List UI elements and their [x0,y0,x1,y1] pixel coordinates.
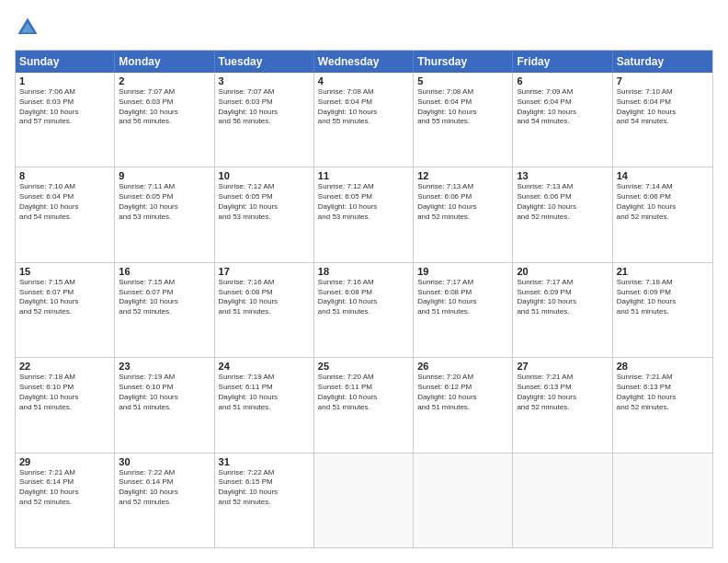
day-info: Sunrise: 7:17 AMSunset: 6:09 PMDaylight:… [517,278,608,317]
day-info: Sunrise: 7:07 AMSunset: 6:03 PMDaylight:… [119,87,210,127]
header [15,15,713,40]
day-number: 19 [417,266,508,277]
day-number: 15 [19,266,110,277]
day-info: Sunrise: 7:10 AMSunset: 6:04 PMDaylight:… [19,182,110,222]
calendar-cell-0-4: 5Sunrise: 7:08 AMSunset: 6:04 PMDaylight… [414,73,513,167]
calendar-cell-3-1: 23Sunrise: 7:19 AMSunset: 6:10 PMDayligh… [115,358,214,452]
calendar-cell-2-1: 16Sunrise: 7:15 AMSunset: 6:07 PMDayligh… [115,263,214,357]
calendar-row-4: 29Sunrise: 7:21 AMSunset: 6:14 PMDayligh… [16,453,712,547]
day-info: Sunrise: 7:19 AMSunset: 6:10 PMDaylight:… [119,373,210,412]
header-day-friday: Friday [513,51,612,73]
page: SundayMondayTuesdayWednesdayThursdayFrid… [0,0,728,563]
calendar-cell-2-5: 20Sunrise: 7:17 AMSunset: 6:09 PMDayligh… [513,263,612,357]
day-info: Sunrise: 7:06 AMSunset: 6:03 PMDaylight:… [19,87,110,127]
day-number: 27 [517,361,608,372]
day-number: 23 [119,361,210,372]
calendar-cell-1-2: 10Sunrise: 7:12 AMSunset: 6:05 PMDayligh… [215,167,314,261]
day-number: 7 [617,75,709,86]
calendar-cell-1-1: 9Sunrise: 7:11 AMSunset: 6:05 PMDaylight… [115,167,214,261]
day-number: 22 [19,361,110,372]
day-info: Sunrise: 7:15 AMSunset: 6:07 PMDaylight:… [119,278,210,317]
day-number: 1 [19,75,110,86]
day-info: Sunrise: 7:21 AMSunset: 6:13 PMDaylight:… [517,373,608,412]
day-number: 18 [318,266,409,277]
logo [15,15,44,40]
calendar-cell-2-2: 17Sunrise: 7:16 AMSunset: 6:08 PMDayligh… [215,263,314,357]
day-info: Sunrise: 7:07 AMSunset: 6:03 PMDaylight:… [219,87,310,127]
header-day-saturday: Saturday [613,51,712,73]
day-number: 3 [219,75,310,86]
calendar-cell-1-5: 13Sunrise: 7:13 AMSunset: 6:06 PMDayligh… [513,167,612,261]
calendar-cell-0-0: 1Sunrise: 7:06 AMSunset: 6:03 PMDaylight… [16,73,115,167]
day-info: Sunrise: 7:18 AMSunset: 6:10 PMDaylight:… [19,373,110,412]
calendar-cell-4-0: 29Sunrise: 7:21 AMSunset: 6:14 PMDayligh… [16,454,115,547]
calendar-cell-4-2: 31Sunrise: 7:22 AMSunset: 6:15 PMDayligh… [215,454,314,547]
calendar-cell-0-2: 3Sunrise: 7:07 AMSunset: 6:03 PMDaylight… [215,73,314,167]
header-day-wednesday: Wednesday [314,51,414,73]
day-number: 6 [517,75,608,86]
calendar-row-2: 15Sunrise: 7:15 AMSunset: 6:07 PMDayligh… [16,262,712,357]
calendar-cell-4-6 [613,454,712,547]
day-number: 21 [617,266,709,277]
day-number: 12 [417,170,508,181]
day-number: 20 [517,266,608,277]
day-number: 4 [318,75,409,86]
day-info: Sunrise: 7:12 AMSunset: 6:05 PMDaylight:… [318,182,409,222]
day-number: 11 [318,170,409,181]
header-day-monday: Monday [115,51,214,73]
calendar-cell-3-4: 26Sunrise: 7:20 AMSunset: 6:12 PMDayligh… [414,358,513,452]
day-number: 10 [219,170,310,181]
calendar-cell-4-1: 30Sunrise: 7:22 AMSunset: 6:14 PMDayligh… [115,454,214,547]
calendar-cell-2-4: 19Sunrise: 7:17 AMSunset: 6:08 PMDayligh… [414,263,513,357]
day-info: Sunrise: 7:22 AMSunset: 6:14 PMDaylight:… [119,468,210,508]
calendar-cell-3-5: 27Sunrise: 7:21 AMSunset: 6:13 PMDayligh… [513,358,612,452]
day-number: 8 [19,170,110,181]
day-number: 29 [19,456,110,467]
day-info: Sunrise: 7:16 AMSunset: 6:08 PMDaylight:… [318,278,409,317]
calendar-row-3: 22Sunrise: 7:18 AMSunset: 6:10 PMDayligh… [16,357,712,452]
calendar-cell-2-0: 15Sunrise: 7:15 AMSunset: 6:07 PMDayligh… [16,263,115,357]
calendar-cell-0-6: 7Sunrise: 7:10 AMSunset: 6:04 PMDaylight… [613,73,712,167]
day-number: 31 [219,456,310,467]
calendar-cell-2-6: 21Sunrise: 7:18 AMSunset: 6:09 PMDayligh… [613,263,712,357]
header-day-thursday: Thursday [414,51,513,73]
calendar-cell-1-0: 8Sunrise: 7:10 AMSunset: 6:04 PMDaylight… [16,167,115,261]
day-info: Sunrise: 7:22 AMSunset: 6:15 PMDaylight:… [219,468,310,508]
day-info: Sunrise: 7:13 AMSunset: 6:06 PMDaylight:… [517,182,608,222]
day-number: 9 [119,170,210,181]
day-info: Sunrise: 7:21 AMSunset: 6:13 PMDaylight:… [617,373,709,412]
calendar-cell-3-0: 22Sunrise: 7:18 AMSunset: 6:10 PMDayligh… [16,358,115,452]
calendar-cell-0-5: 6Sunrise: 7:09 AMSunset: 6:04 PMDaylight… [513,73,612,167]
calendar-cell-4-5 [513,454,612,547]
day-info: Sunrise: 7:12 AMSunset: 6:05 PMDaylight:… [219,182,310,222]
day-info: Sunrise: 7:10 AMSunset: 6:04 PMDaylight:… [617,87,709,127]
calendar-cell-2-3: 18Sunrise: 7:16 AMSunset: 6:08 PMDayligh… [314,263,414,357]
calendar-cell-1-6: 14Sunrise: 7:14 AMSunset: 6:06 PMDayligh… [613,167,712,261]
day-number: 17 [219,266,310,277]
day-number: 30 [119,456,210,467]
calendar: SundayMondayTuesdayWednesdayThursdayFrid… [15,50,713,548]
day-info: Sunrise: 7:09 AMSunset: 6:04 PMDaylight:… [517,87,608,127]
calendar-row-0: 1Sunrise: 7:06 AMSunset: 6:03 PMDaylight… [16,73,712,167]
calendar-cell-1-4: 12Sunrise: 7:13 AMSunset: 6:06 PMDayligh… [414,167,513,261]
day-info: Sunrise: 7:08 AMSunset: 6:04 PMDaylight:… [417,87,508,127]
calendar-cell-3-2: 24Sunrise: 7:19 AMSunset: 6:11 PMDayligh… [215,358,314,452]
day-number: 14 [617,170,709,181]
logo-icon [15,15,40,40]
day-info: Sunrise: 7:17 AMSunset: 6:08 PMDaylight:… [417,278,508,317]
calendar-cell-3-3: 25Sunrise: 7:20 AMSunset: 6:11 PMDayligh… [314,358,414,452]
day-number: 5 [417,75,508,86]
day-number: 26 [417,361,508,372]
day-info: Sunrise: 7:21 AMSunset: 6:14 PMDaylight:… [19,468,110,508]
day-info: Sunrise: 7:15 AMSunset: 6:07 PMDaylight:… [19,278,110,317]
day-number: 16 [119,266,210,277]
calendar-cell-0-3: 4Sunrise: 7:08 AMSunset: 6:04 PMDaylight… [314,73,414,167]
day-info: Sunrise: 7:19 AMSunset: 6:11 PMDaylight:… [219,373,310,412]
day-info: Sunrise: 7:14 AMSunset: 6:06 PMDaylight:… [617,182,709,222]
day-info: Sunrise: 7:11 AMSunset: 6:05 PMDaylight:… [119,182,210,222]
day-number: 24 [219,361,310,372]
day-info: Sunrise: 7:08 AMSunset: 6:04 PMDaylight:… [318,87,409,127]
calendar-header: SundayMondayTuesdayWednesdayThursdayFrid… [16,51,712,73]
day-number: 25 [318,361,409,372]
calendar-cell-0-1: 2Sunrise: 7:07 AMSunset: 6:03 PMDaylight… [115,73,214,167]
